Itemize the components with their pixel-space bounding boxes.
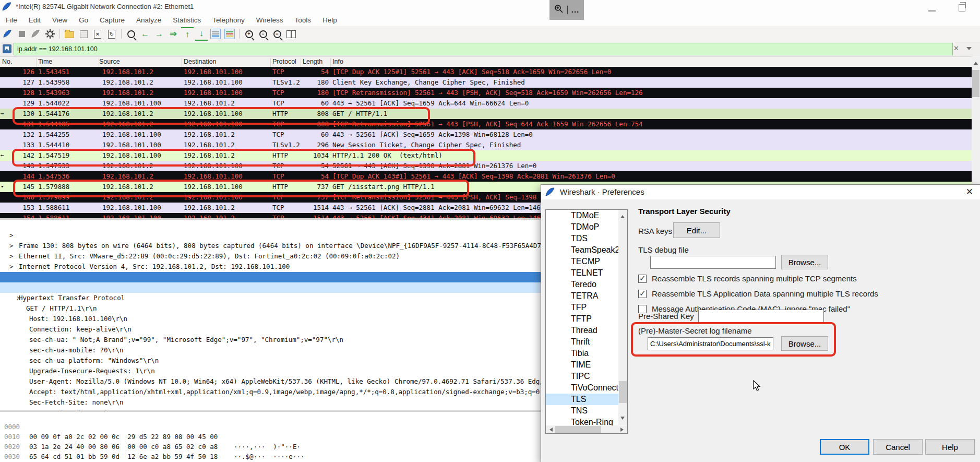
dialog-close-icon[interactable]: ✕	[966, 186, 973, 197]
protocol-list-item[interactable]: TDMoE	[546, 210, 627, 221]
scroll-left-arrow[interactable]	[547, 428, 553, 432]
start-capture-icon[interactable]	[2, 28, 14, 40]
colorize-toggle-icon[interactable]	[223, 28, 236, 40]
checkbox-row[interactable]: Reassemble TLS records spanning multiple…	[638, 274, 972, 289]
reload-file-icon[interactable]: ↻	[105, 28, 118, 40]
column-header[interactable]: No.	[2, 58, 12, 65]
checkbox[interactable]	[638, 275, 647, 283]
scroll-right-arrow[interactable]	[620, 428, 626, 432]
checkbox-row[interactable]: Reassemble TLS Application Data spanning…	[638, 289, 972, 304]
go-forward-icon[interactable]: →	[153, 28, 165, 40]
help-button[interactable]: Help	[925, 439, 975, 455]
packet-row[interactable]: 133 1.544410 192.168.101.100 192.168.101…	[0, 140, 972, 150]
column-header[interactable]: Source	[99, 58, 120, 65]
column-header[interactable]: Length	[303, 58, 322, 65]
protocol-list-item[interactable]: TDS	[546, 233, 627, 244]
packet-row[interactable]: 144 1.547536 192.168.101.2 192.168.101.1…	[0, 171, 972, 182]
master-secret-log-input[interactable]	[648, 337, 773, 350]
tls-debug-file-input[interactable]	[650, 256, 776, 269]
menu-item[interactable]: Telephony	[207, 16, 250, 24]
packet-row[interactable]: 143 1.547533 192.168.101.2 192.168.101.1…	[0, 161, 972, 171]
scroll-up-arrow[interactable]	[620, 213, 625, 218]
scroll-up-arrow[interactable]	[974, 60, 978, 65]
packet-row[interactable]: 126 1.543451 192.168.101.2 192.168.101.1…	[0, 67, 972, 77]
packet-row[interactable]: 132 1.544255 192.168.101.100 192.168.101…	[0, 129, 972, 140]
column-header[interactable]: Protocol	[272, 58, 296, 65]
scrollbar-thumb[interactable]	[555, 426, 601, 433]
go-to-bottom-icon[interactable]: ↓	[195, 27, 208, 41]
browse-button[interactable]: Browse...	[781, 255, 828, 269]
ok-button[interactable]: OK	[820, 439, 869, 455]
pre-shared-key-input[interactable]	[698, 310, 824, 323]
capture-options-gear-icon[interactable]	[44, 28, 56, 40]
save-file-icon[interactable]	[77, 28, 90, 40]
protocol-list-item[interactable]: TLS	[546, 394, 627, 405]
protocol-list-item[interactable]: TECMP	[546, 256, 627, 267]
checkbox[interactable]	[638, 290, 647, 298]
open-file-icon[interactable]	[63, 28, 76, 40]
menu-item[interactable]: Statistics	[167, 16, 207, 24]
restore-button[interactable]	[959, 4, 965, 11]
protocol-list-item[interactable]: Tibia	[546, 348, 627, 359]
packet-row[interactable]: 131 1.544185 192.168.101.2 192.168.101.1…	[0, 119, 972, 129]
protocol-list-scrollbar[interactable]	[618, 210, 627, 425]
minimize-button[interactable]	[928, 3, 936, 11]
menu-item[interactable]: Capture	[94, 16, 130, 24]
scroll-down-arrow[interactable]	[620, 417, 625, 422]
overlay-more-icon[interactable]: ...	[571, 7, 580, 13]
menu-item[interactable]: Help	[317, 16, 343, 24]
zoom-out-icon[interactable]: −	[257, 28, 269, 40]
packet-row[interactable]: 129 1.544022 192.168.101.100 192.168.101…	[0, 98, 972, 109]
filter-bookmark-icon[interactable]	[3, 44, 11, 53]
go-to-packet-icon[interactable]: ⇒	[167, 28, 180, 40]
packet-row[interactable]: ← 142 1.547519 192.168.101.100 192.168.1…	[0, 150, 972, 161]
protocol-list-item[interactable]: TETRA	[546, 290, 627, 302]
display-filter-input[interactable]: ip.addr == 192.168.101.100	[14, 43, 953, 55]
overlay-zoom-icon[interactable]	[554, 4, 564, 16]
protocol-list-item[interactable]: TFTP	[546, 313, 627, 325]
protocol-list-item[interactable]: TELNET	[546, 267, 627, 279]
stop-capture-icon[interactable]	[16, 28, 28, 40]
browse-button[interactable]: Browse...	[781, 336, 828, 351]
column-header[interactable]: Destination	[184, 58, 217, 65]
close-file-icon[interactable]: ✕	[91, 28, 104, 40]
column-header[interactable]: Info	[332, 58, 343, 65]
menu-item[interactable]: Analyze	[130, 16, 167, 24]
protocol-list-item[interactable]: TiVoConnect	[546, 382, 627, 394]
scrollbar-thumb[interactable]	[972, 70, 979, 97]
menu-item[interactable]: Edit	[23, 16, 46, 24]
go-to-top-icon[interactable]: ↑	[181, 27, 194, 41]
protocol-list-item[interactable]: Thrift	[546, 336, 627, 348]
protocol-list-item[interactable]: TDMoP	[546, 221, 627, 233]
menu-item[interactable]: Go	[73, 16, 94, 24]
restart-capture-icon[interactable]	[30, 28, 42, 40]
display-filter-value: ip.addr == 192.168.101.100	[17, 45, 98, 53]
protocol-list-item[interactable]: TFP	[546, 302, 627, 313]
go-back-icon[interactable]: ←	[139, 28, 151, 40]
menu-item[interactable]: View	[46, 16, 73, 24]
filter-dropdown-icon[interactable]	[966, 47, 972, 53]
auto-scroll-toggle-icon[interactable]	[209, 28, 222, 40]
menu-item[interactable]: Tools	[289, 16, 317, 24]
menu-item[interactable]: Wireless	[250, 16, 289, 24]
protocol-list-item[interactable]: TIPC	[546, 371, 627, 382]
protocol-list-item[interactable]: Teredo	[546, 279, 627, 290]
packet-row[interactable]: 127 1.543958 192.168.101.2 192.168.101.1…	[0, 77, 972, 88]
packet-row[interactable]: → 130 1.544176 192.168.101.2 192.168.101…	[0, 109, 972, 119]
find-packet-icon[interactable]	[125, 28, 137, 40]
protocol-list-item[interactable]: TeamSpeak2	[546, 244, 627, 256]
edit-button[interactable]: Edit...	[673, 222, 720, 238]
cancel-button[interactable]: Cancel	[873, 439, 923, 455]
protocol-list-hscrollbar[interactable]	[546, 425, 627, 433]
zoom-reset-icon[interactable]: =	[271, 28, 283, 40]
zoom-in-icon[interactable]: +	[243, 28, 255, 40]
protocol-list-item[interactable]: TNS	[546, 405, 627, 417]
column-header[interactable]: Time	[38, 58, 52, 65]
protocol-list-item[interactable]: TIME	[546, 359, 627, 371]
resize-columns-icon[interactable]	[285, 28, 297, 40]
menu-item[interactable]: File	[0, 16, 23, 24]
protocol-list-item[interactable]: Thread	[546, 325, 627, 336]
filter-clear-icon[interactable]: ✕	[953, 44, 959, 52]
scrollbar-thumb[interactable]	[619, 381, 627, 403]
packet-row[interactable]: 128 1.543963 192.168.101.2 192.168.101.1…	[0, 88, 972, 98]
